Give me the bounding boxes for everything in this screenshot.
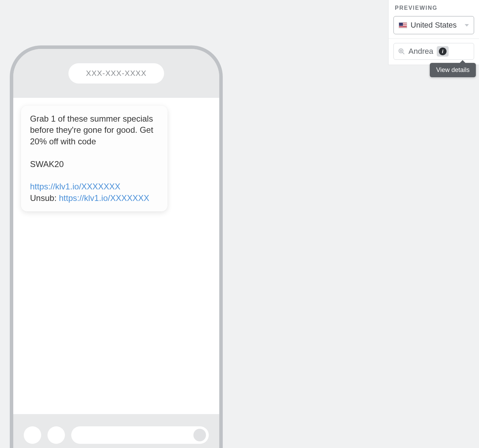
phone-body: Grab 1 of these summer specials before t… xyxy=(13,98,219,414)
search-icon xyxy=(398,48,405,55)
phone-home-bar xyxy=(13,414,219,448)
sms-promo-code: SWAK20 xyxy=(30,159,64,169)
us-flag-icon xyxy=(399,22,407,28)
phone-status-bar: XXX-XXX-XXXX xyxy=(13,49,219,98)
svg-point-0 xyxy=(399,49,403,53)
svg-line-2 xyxy=(403,52,404,54)
sms-unsub-label: Unsub: xyxy=(30,193,59,203)
info-icon: i xyxy=(439,48,447,55)
info-button[interactable]: i xyxy=(437,46,449,57)
panel-divider xyxy=(389,38,479,39)
sms-link[interactable]: https://klv1.io/XXXXXXX xyxy=(30,182,120,191)
country-select-label: United States xyxy=(411,21,457,30)
panel-title: PREVIEWING xyxy=(393,0,474,16)
view-details-tooltip: View details xyxy=(430,63,476,77)
phone-number-pill: XXX-XXX-XXXX xyxy=(68,63,164,84)
country-select[interactable]: United States xyxy=(393,16,474,34)
svg-point-1 xyxy=(400,50,401,51)
chevron-down-icon xyxy=(465,24,469,27)
preview-panel: PREVIEWING United States Andrea i View d… xyxy=(388,0,479,65)
profile-name: Andrea xyxy=(408,47,433,56)
home-button-1 xyxy=(24,426,41,444)
home-input-pill xyxy=(71,426,209,444)
sms-unsub-link[interactable]: https://klv1.io/XXXXXXX xyxy=(59,193,149,203)
sms-text-line1: Grab 1 of these summer specials before t… xyxy=(30,114,153,146)
phone-mockup: XXX-XXX-XXXX Grab 1 of these summer spec… xyxy=(10,45,223,448)
profile-search[interactable]: Andrea i View details xyxy=(393,43,474,60)
home-button-2 xyxy=(47,426,65,444)
sms-bubble: Grab 1 of these summer specials before t… xyxy=(21,106,168,211)
